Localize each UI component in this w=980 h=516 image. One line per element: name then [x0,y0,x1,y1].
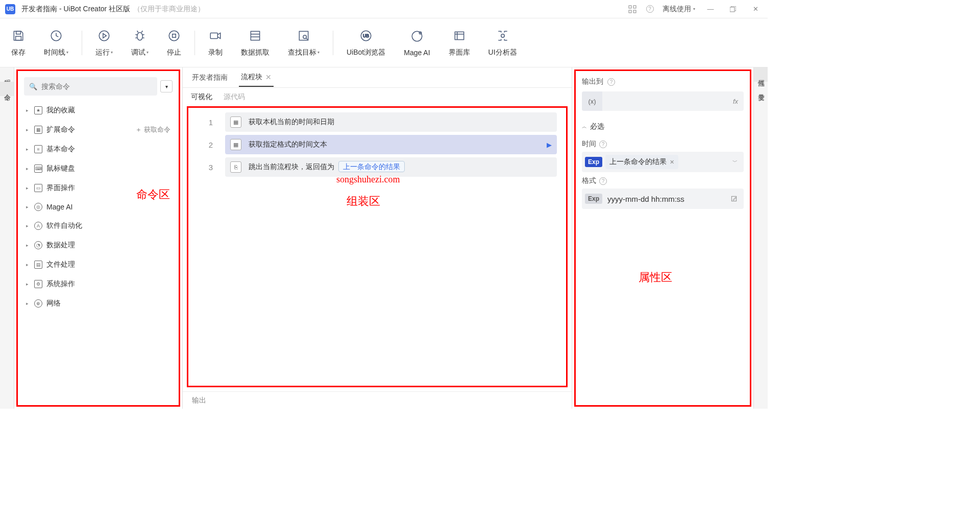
command-row-2[interactable]: 2 ▦获取指定格式的时间文本▶ [188,133,566,156]
bug-icon [133,29,147,43]
save-button[interactable]: 保存 [2,29,35,57]
svg-rect-11 [173,34,176,37]
command-row-1[interactable]: 1 ▦获取本机当前的时间和日期 [188,111,566,133]
analyzer-button[interactable]: UI分析器 [479,29,526,57]
remove-icon[interactable]: ✕ [670,159,674,166]
offline-mode[interactable]: 离线使用▾ [663,5,695,14]
svg-rect-2 [629,10,631,13]
close-button[interactable]: ✕ [748,2,763,16]
view-tabs: 可视化 源代码 [183,88,572,106]
scrape-button[interactable]: 数据抓取 [232,29,279,57]
svg-point-18 [412,31,422,41]
right-tab-strip: 属性 变量 [753,67,768,409]
tab-flowblock[interactable]: 流程块✕ [239,68,274,87]
output-to-input[interactable]: (x) fx [582,91,744,111]
format-field[interactable]: Exp yyyy-mm-dd hh:mm:ss [582,189,744,209]
output-panel-header[interactable]: 输出 [183,391,572,409]
result-chip[interactable]: 上一条命令的结果 [338,161,405,172]
fx-button[interactable]: fx [727,98,744,105]
help-icon[interactable]: ? [599,140,607,148]
exp-badge: Exp [585,194,602,204]
tree-item-favorites[interactable]: ▸★我的收藏 [20,101,177,120]
tab-guide[interactable]: 开发者指南 [190,69,230,86]
tree-item-ui[interactable]: ▸▭界面操作 [20,178,177,198]
timeline-button[interactable]: 时间线▾ [35,29,78,57]
tree-item-software[interactable]: ▸A软件自动化 [20,216,177,236]
debug-button[interactable]: 调试▾ [122,29,158,57]
clock-icon [49,29,63,43]
browser-button[interactable]: UB UiBot浏览器 [337,29,395,57]
help-icon[interactable]: ? [599,177,607,185]
properties-panel: 输出到? (x) fx ︿必选 时间? Exp 上一条命令的结果✕ ﹀ 格式? … [572,67,753,409]
line-number: 1 [188,118,225,127]
play-icon[interactable]: ▶ [547,141,552,149]
search-icon: 🔍 [29,83,37,90]
titlebar: UB 开发者指南 - UiBot Creator 社区版 （仅用于非商业用途） … [0,0,768,18]
command-sidebar: 🔍 ▾ ▸★我的收藏 ▸▦扩展命令 ＋获取命令 ▸≡基本命令 ▸⌨鼠标键盘 ▸▭… [14,67,183,409]
time-field[interactable]: Exp 上一条命令的结果✕ ﹀ [582,152,744,172]
search-input[interactable] [41,82,152,90]
bookmark-icon: ★ [34,106,42,114]
tree-item-mage[interactable]: ▸◎Mage AI [20,198,177,216]
svg-rect-1 [633,6,636,8]
find-target-button[interactable]: 查找目标▾ [279,29,329,57]
value-chip[interactable]: 上一条命令的结果✕ [605,155,678,169]
left-tab-strip: 流程 命令 [0,67,14,409]
tree-item-extend[interactable]: ▸▦扩展命令 [26,125,75,134]
svg-rect-13 [251,31,259,40]
mage-icon [410,29,424,43]
left-tab-command[interactable]: 命令 [0,82,14,96]
svg-rect-6 [16,36,21,40]
uilib-button[interactable]: 界面库 [439,29,479,57]
svg-rect-0 [629,6,631,8]
close-icon[interactable]: ✕ [265,73,272,81]
save-icon [11,29,26,43]
browser-icon: UB [359,29,373,43]
chart-icon: ◔ [34,241,42,249]
keyboard-icon: ⌨ [34,165,42,173]
tree-item-data[interactable]: ▸◔数据处理 [20,236,177,255]
left-tab-flow[interactable]: 流程 [0,67,14,82]
viewtab-visual[interactable]: 可视化 [190,89,213,105]
library-icon [452,29,467,43]
tree-item-system[interactable]: ▸⚙系统操作 [20,274,177,294]
code-icon: ≡ [34,145,42,153]
ai-icon: ◎ [34,203,42,211]
right-tab-properties[interactable]: 属性 [754,67,768,82]
get-command-button[interactable]: ＋获取命令 [135,125,170,134]
toolbar: 保存 时间线▾ 运行▾ 调试▾ 停止 录制 数据抓取 查找 [0,18,768,67]
play-icon [97,29,111,43]
viewtab-source[interactable]: 源代码 [223,89,246,105]
edit-icon[interactable] [727,195,741,202]
collapse-button[interactable]: ▾ [160,80,173,92]
return-icon: ⎘ [230,161,241,173]
help-icon[interactable]: ? [607,78,615,86]
editor-tabs: 开发者指南 流程块✕ [183,67,572,88]
stop-icon [167,29,181,43]
tree-item-basic[interactable]: ▸≡基本命令 [20,139,177,159]
svg-point-21 [501,34,504,37]
minimize-button[interactable]: ― [703,2,718,16]
command-row-3[interactable]: 3 ⎘跳出当前流程块，返回值为 上一条命令的结果 [188,156,566,178]
svg-point-10 [169,31,179,41]
svg-rect-5 [16,31,21,34]
help-icon[interactable]: ? [645,5,654,14]
mage-button[interactable]: Mage AI [395,29,439,57]
apps-icon[interactable] [628,5,637,14]
tree-item-network[interactable]: ▸⊕网络 [20,294,177,313]
search-input-wrapper[interactable]: 🔍 [24,77,157,96]
required-section[interactable]: ︿必选 [582,118,744,135]
record-button[interactable]: 录制 [199,29,232,57]
line-number: 2 [188,140,225,149]
maximize-button[interactable] [726,2,740,16]
run-button[interactable]: 运行▾ [86,29,122,57]
svg-text:UB: UB [363,33,369,38]
svg-point-8 [99,31,109,41]
stop-button[interactable]: 停止 [158,29,190,57]
right-tab-variables[interactable]: 变量 [754,82,768,96]
target-icon [297,29,311,43]
tree-item-mouse[interactable]: ▸⌨鼠标键盘 [20,159,177,178]
chevron-down-icon[interactable]: ﹀ [729,158,741,166]
tree-item-file[interactable]: ▸▤文件处理 [20,255,177,274]
camera-icon [208,29,223,43]
